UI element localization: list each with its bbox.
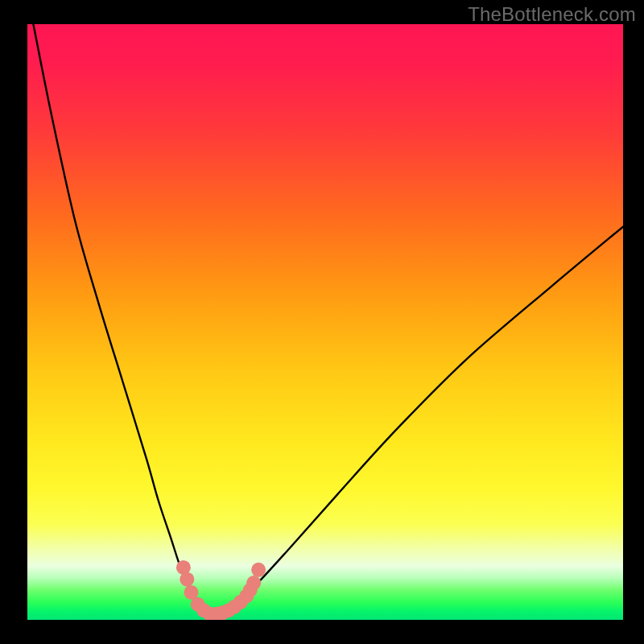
watermark-text: TheBottleneck.com: [468, 3, 636, 26]
chart-frame: TheBottleneck.com: [0, 0, 644, 644]
plot-area: [27, 24, 623, 620]
marker-dot: [251, 563, 266, 577]
highlighted-points: [27, 24, 623, 620]
marker-dot: [180, 572, 194, 587]
marker-dot: [246, 576, 261, 590]
